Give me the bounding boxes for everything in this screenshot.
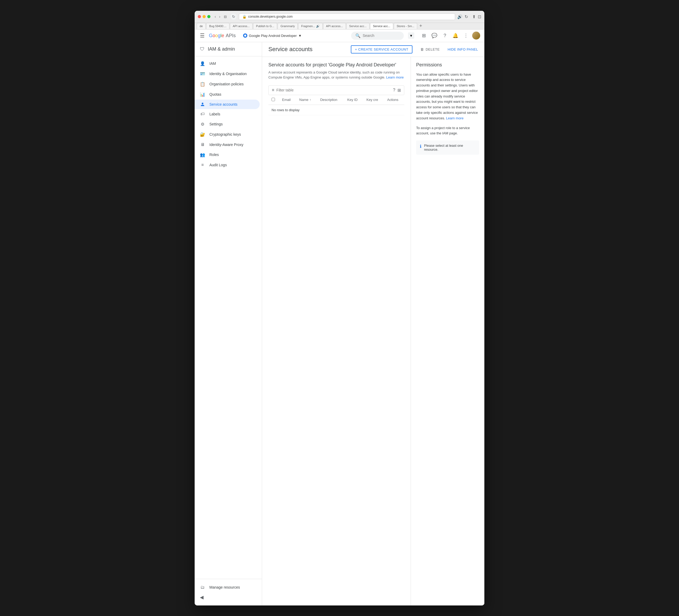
sidebar-item-quotas[interactable]: 📊 Quotas bbox=[195, 89, 260, 100]
permissions-panel-text1: You can allow specific users to have own… bbox=[416, 72, 479, 121]
no-rows-row: No rows to display bbox=[268, 104, 404, 115]
audit-logs-icon: ≡ bbox=[200, 162, 205, 167]
tab-stores[interactable]: Stores - Sm... bbox=[394, 23, 417, 29]
logo-e: e bbox=[222, 33, 224, 38]
table-body: No rows to display bbox=[268, 104, 404, 115]
th-key-cre: Key cre bbox=[363, 95, 384, 105]
chat-icon-button[interactable]: 💬 bbox=[430, 31, 439, 40]
select-all-checkbox[interactable] bbox=[271, 98, 275, 101]
audio-icon[interactable]: 🔊 bbox=[457, 14, 462, 19]
address-bar[interactable]: 🔒 console.developers.google.com bbox=[239, 13, 455, 20]
quotas-icon: 📊 bbox=[200, 92, 205, 97]
browser-window: ‹ › ⊟ ↻ 🔒 console.developers.google.com … bbox=[195, 11, 484, 606]
sidebar-item-settings[interactable]: ⚙ Settings bbox=[195, 119, 260, 129]
sidebar-item-label-org: Organisation policies bbox=[209, 82, 244, 86]
crypto-icon: 🔐 bbox=[200, 132, 205, 137]
learn-more-link[interactable]: Learn more bbox=[386, 75, 403, 79]
logo-g: G bbox=[209, 33, 213, 38]
sidebar-item-label-labels: Labels bbox=[209, 112, 220, 116]
apis-text: APIs bbox=[226, 33, 236, 38]
manage-resources-item[interactable]: 🗂 Manage resources bbox=[200, 582, 257, 592]
permissions-learn-more-link[interactable]: Learn more bbox=[446, 116, 463, 120]
tab-overview-button[interactable]: ⊟ bbox=[222, 14, 228, 19]
logo-g2: g bbox=[218, 33, 221, 38]
minimize-button[interactable] bbox=[202, 15, 206, 18]
grid-icon-button[interactable]: ⊞ bbox=[420, 31, 428, 40]
sidebar-item-org-policies[interactable]: 📋 Organisation policies bbox=[195, 79, 260, 89]
service-accounts-table: Email Name ↑ Description Key ID Key cre bbox=[268, 95, 404, 115]
tab-grammarly[interactable]: Grammarly bbox=[278, 23, 298, 29]
sidebar-item-crypto[interactable]: 🔐 Cryptographic keys bbox=[195, 129, 260, 140]
hamburger-menu-button[interactable]: ☰ bbox=[199, 31, 206, 40]
duplicate-icon[interactable]: ⊡ bbox=[478, 14, 481, 19]
sidebar-item-iap[interactable]: 🖥 Identity-Aware Proxy bbox=[195, 140, 260, 150]
sidebar-item-identity[interactable]: 🪪 Identity & Organisation bbox=[195, 69, 260, 79]
maximize-button[interactable] bbox=[207, 15, 211, 18]
filter-bar: ≡ ? ⊞ bbox=[268, 85, 404, 95]
sidebar-item-roles[interactable]: 👥 Roles bbox=[195, 150, 260, 160]
back-button[interactable]: ‹ bbox=[214, 14, 217, 19]
notifications-icon-button[interactable]: 🔔 bbox=[451, 31, 460, 40]
sidebar-collapse-button[interactable]: ◀ bbox=[200, 592, 203, 602]
logo-o2: o bbox=[215, 33, 218, 38]
sidebar-item-label-audit: Audit Logs bbox=[209, 163, 227, 167]
create-btn-label: + CREATE SERVICE ACCOUNT bbox=[355, 48, 409, 51]
tab-bug[interactable]: Bug 59400:... bbox=[206, 23, 229, 29]
permissions-notice: ℹ Please select at least one resource. bbox=[416, 141, 479, 155]
search-dropdown-icon[interactable]: ▼ bbox=[408, 32, 414, 39]
table-section: Service accounts for project 'Google Pla… bbox=[262, 57, 411, 606]
iam-icon: 👤 bbox=[200, 61, 205, 66]
permissions-notice-text: Please select at least one resource. bbox=[424, 144, 476, 152]
search-input[interactable] bbox=[363, 33, 399, 38]
more-options-icon-button[interactable]: ⋮ bbox=[462, 31, 470, 40]
refresh-icon[interactable]: ↻ bbox=[230, 13, 237, 20]
sidebar-item-label-roles: Roles bbox=[209, 153, 219, 157]
identity-icon: 🪪 bbox=[200, 71, 205, 76]
tab-de[interactable]: de bbox=[197, 23, 206, 29]
columns-icon[interactable]: ⊞ bbox=[397, 88, 401, 93]
user-avatar[interactable] bbox=[472, 32, 480, 39]
project-dropdown-icon: ▼ bbox=[298, 34, 301, 38]
tab-api2[interactable]: API access... bbox=[323, 23, 346, 29]
th-name[interactable]: Name ↑ bbox=[296, 95, 317, 105]
page-header: Service accounts + CREATE SERVICE ACCOUN… bbox=[262, 42, 484, 57]
th-key-id: Key ID bbox=[344, 95, 363, 105]
forward-button[interactable]: › bbox=[218, 14, 222, 19]
project-selector-button[interactable]: Google Play Android Developer ▼ bbox=[241, 32, 304, 39]
sidebar-item-iam[interactable]: 👤 IAM bbox=[195, 59, 260, 69]
filter-input[interactable] bbox=[276, 88, 391, 92]
tab-service2-active[interactable]: Service acc... bbox=[370, 23, 393, 29]
filter-icon: ≡ bbox=[272, 88, 274, 92]
search-icon: 🔍 bbox=[355, 33, 361, 38]
sidebar-item-audit-logs[interactable]: ≡ Audit Logs bbox=[195, 160, 260, 170]
sidebar-title: IAM & admin bbox=[208, 47, 235, 52]
tab-api1[interactable]: API access... bbox=[230, 23, 253, 29]
new-tab-button[interactable]: + bbox=[418, 23, 424, 29]
sidebar-nav: 👤 IAM 🪪 Identity & Organisation 📋 Organi… bbox=[195, 56, 262, 579]
iam-shield-icon: 🛡 bbox=[200, 47, 205, 52]
sidebar-item-labels[interactable]: 🏷 Labels bbox=[195, 109, 260, 119]
tab-service1[interactable]: Service acc... bbox=[346, 23, 369, 29]
service-accounts-icon bbox=[200, 102, 205, 106]
sidebar-item-label-identity: Identity & Organisation bbox=[209, 72, 247, 76]
content-area: Service accounts for project 'Google Pla… bbox=[262, 57, 484, 606]
project-name: Google Play Android Developer bbox=[249, 34, 297, 38]
org-policies-icon: 📋 bbox=[200, 82, 205, 87]
table-header-row: Email Name ↑ Description Key ID Key cre bbox=[268, 95, 404, 105]
app-header: ☰ Google APIs Google Play Android Develo… bbox=[195, 30, 484, 42]
traffic-lights bbox=[198, 15, 211, 18]
tab-fragmen[interactable]: Fragmen... 🔊 bbox=[298, 23, 322, 29]
reload-icon[interactable]: ↻ bbox=[464, 14, 468, 19]
share-icon[interactable]: ⬆ bbox=[472, 14, 476, 19]
filter-help-icon[interactable]: ? bbox=[393, 88, 395, 92]
close-button[interactable] bbox=[198, 15, 201, 18]
labels-icon: 🏷 bbox=[200, 112, 205, 117]
create-service-account-button[interactable]: + CREATE SERVICE ACCOUNT bbox=[351, 45, 413, 54]
tab-publish[interactable]: Publish to G... bbox=[253, 23, 277, 29]
google-apis-logo: Google APIs bbox=[209, 33, 236, 38]
app-body: 🛡 IAM & admin 👤 IAM 🪪 Identity & Organis… bbox=[195, 42, 484, 606]
help-icon-button[interactable]: ? bbox=[441, 31, 449, 40]
hide-info-panel-button[interactable]: HIDE INFO PANEL bbox=[448, 48, 478, 51]
sidebar-item-service-accounts[interactable]: Service accounts bbox=[195, 100, 260, 109]
delete-button[interactable]: 🗑 DELETE bbox=[417, 46, 443, 53]
